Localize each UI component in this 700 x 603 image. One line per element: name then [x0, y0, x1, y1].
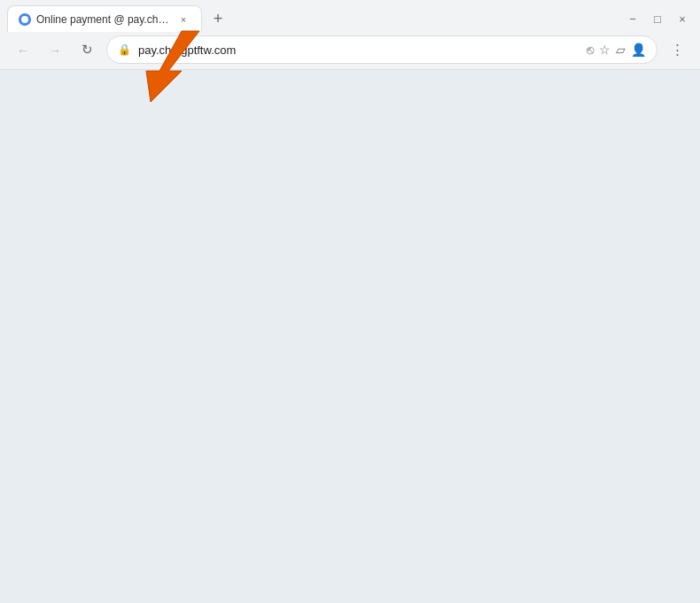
tab-close-button[interactable]: × — [176, 12, 191, 27]
browser-chrome: Online payment @ pay.chatgptftw. × + − □… — [0, 0, 700, 70]
address-right-icons: ⎋ ☆ ▱ 👤 — [587, 43, 646, 57]
share-icon[interactable]: ⎋ — [587, 43, 594, 57]
minimize-button[interactable]: − — [622, 8, 643, 29]
url-text: pay.chatgptftw.com — [138, 43, 579, 57]
address-bar[interactable]: 🔒 pay.chatgptftw.com ⎋ ☆ ▱ 👤 — [106, 35, 657, 64]
tab-title: Online payment @ pay.chatgptftw. — [36, 13, 171, 26]
lock-icon: 🔒 — [118, 43, 131, 56]
profile-icon[interactable]: 👤 — [631, 43, 646, 57]
close-browser-button[interactable]: × — [672, 8, 693, 29]
refresh-button[interactable]: ↻ — [74, 37, 99, 62]
address-bar-row: ← → ↻ 🔒 pay.chatgptftw.com ⎋ ☆ ▱ 👤 ⋮ — [0, 32, 700, 69]
active-tab[interactable]: Online payment @ pay.chatgptftw. × — [7, 5, 202, 32]
forward-button[interactable]: → — [43, 37, 67, 62]
tab-bar: Online payment @ pay.chatgptftw. × + − □… — [0, 0, 700, 32]
new-tab-button[interactable]: + — [206, 6, 230, 31]
tab-favicon — [19, 13, 31, 26]
split-view-icon[interactable]: ▱ — [616, 43, 626, 57]
more-options-button[interactable]: ⋮ — [665, 37, 689, 62]
bookmark-icon[interactable]: ☆ — [599, 43, 611, 57]
maximize-button[interactable]: □ — [647, 8, 668, 29]
svg-point-0 — [21, 16, 28, 23]
tab-right-controls: − □ × — [622, 8, 693, 29]
back-button[interactable]: ← — [11, 37, 35, 62]
